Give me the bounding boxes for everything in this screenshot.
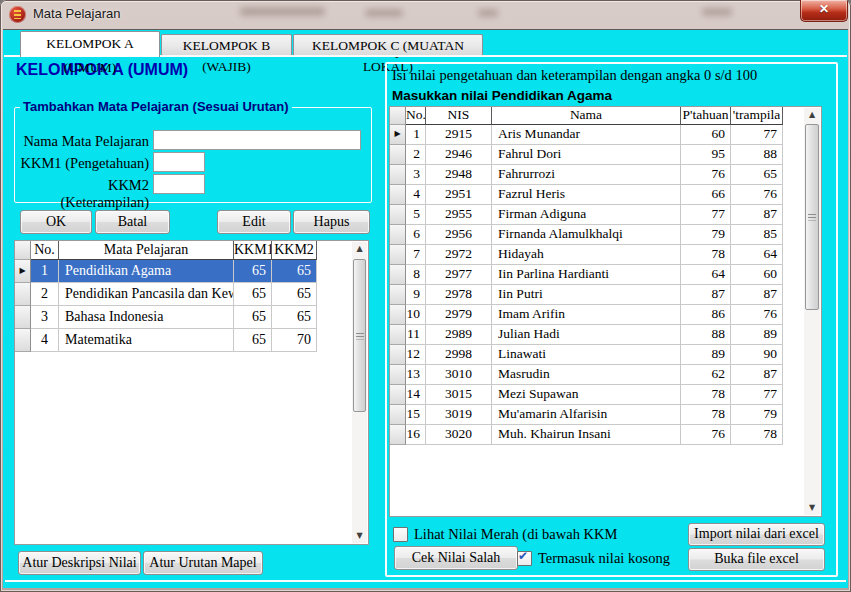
cell[interactable]: 79	[731, 405, 783, 425]
scroll-up-icon[interactable]: ▲	[804, 108, 820, 122]
edit-button[interactable]: Edit	[217, 210, 291, 234]
cell[interactable]: 90	[731, 345, 783, 365]
cell[interactable]: 4	[31, 329, 59, 352]
titlebar[interactable]: Mata Pelajaran ✕	[0, 0, 851, 29]
cell[interactable]: 2955	[426, 205, 492, 225]
cell[interactable]: Mu'amarin Alfarisin	[492, 405, 681, 425]
cell[interactable]: 2979	[426, 305, 492, 325]
cell[interactable]: Firman Adiguna	[492, 205, 681, 225]
atur-urutan-mapel-button[interactable]: Atur Urutan Mapel	[143, 551, 263, 575]
cell[interactable]: 6	[406, 225, 426, 245]
tab-kelompok-b[interactable]: KELOMPOK B (WAJIB)	[161, 34, 292, 57]
cell[interactable]: Pendidikan Pancasila dan Kewa	[59, 283, 234, 306]
cell[interactable]: 64	[731, 245, 783, 265]
cell[interactable]: 65	[731, 165, 783, 185]
cell[interactable]: Iin Putri	[492, 285, 681, 305]
ok-button[interactable]: OK	[20, 210, 92, 234]
cell[interactable]: 3015	[426, 385, 492, 405]
cell[interactable]: Aris Munandar	[492, 125, 681, 145]
cell[interactable]: 1	[31, 260, 59, 283]
cell[interactable]: 78	[731, 425, 783, 445]
cell[interactable]: 77	[731, 385, 783, 405]
cell[interactable]: 2998	[426, 345, 492, 365]
cell[interactable]: 15	[406, 405, 426, 425]
cell[interactable]: 2951	[426, 185, 492, 205]
cell[interactable]: 77	[731, 125, 783, 145]
cell[interactable]: 2948	[426, 165, 492, 185]
cell[interactable]: 76	[731, 185, 783, 205]
cell[interactable]: 16	[406, 425, 426, 445]
batal-button[interactable]: Batal	[95, 210, 170, 234]
cell[interactable]: Hidayah	[492, 245, 681, 265]
cell[interactable]: Fazrul Heris	[492, 185, 681, 205]
cell[interactable]: 7	[406, 245, 426, 265]
cell[interactable]: 14	[406, 385, 426, 405]
cell[interactable]: Pendidikan Agama	[59, 260, 234, 283]
cell[interactable]: 65	[272, 260, 317, 283]
cell[interactable]: Julian Hadi	[492, 325, 681, 345]
cell[interactable]: 11	[406, 325, 426, 345]
cell[interactable]: 62	[681, 365, 731, 385]
tab-kelompok-c[interactable]: KELOMPOK C (MUATAN LOKAL)	[293, 34, 483, 57]
scroll-down-icon[interactable]: ▼	[804, 501, 820, 515]
cell[interactable]: 60	[681, 125, 731, 145]
cell[interactable]: 64	[681, 265, 731, 285]
cell[interactable]: 89	[731, 325, 783, 345]
termasuk-nilai-kosong-checkbox[interactable]: ✔ Termasuk nilai kosong	[517, 550, 670, 567]
cell[interactable]: Matematika	[59, 329, 234, 352]
cell[interactable]: 2972	[426, 245, 492, 265]
cell[interactable]: 3010	[426, 365, 492, 385]
kkm1-input[interactable]	[153, 152, 205, 172]
close-button[interactable]: ✕	[800, 0, 848, 22]
cell[interactable]: 65	[272, 306, 317, 329]
cell[interactable]: 12	[406, 345, 426, 365]
cell[interactable]: 86	[681, 305, 731, 325]
cell[interactable]: 8	[406, 265, 426, 285]
cell[interactable]: 65	[234, 260, 272, 283]
cell[interactable]: 65	[234, 306, 272, 329]
scroll-up-icon[interactable]: ▲	[352, 242, 367, 256]
cell[interactable]: 85	[731, 225, 783, 245]
tab-kelompok-a[interactable]: KELOMPOK A (UMUM)	[20, 31, 160, 57]
cell[interactable]: 4	[406, 185, 426, 205]
cell[interactable]: Linawati	[492, 345, 681, 365]
cell[interactable]: 87	[731, 285, 783, 305]
cell[interactable]: Imam Arifin	[492, 305, 681, 325]
scroll-down-icon[interactable]: ▼	[352, 529, 367, 543]
cell[interactable]: 2978	[426, 285, 492, 305]
cell[interactable]: 76	[731, 305, 783, 325]
cell[interactable]: 88	[731, 145, 783, 165]
cell[interactable]: Firnanda Alamulkhalqi	[492, 225, 681, 245]
cell[interactable]: 70	[272, 329, 317, 352]
cell[interactable]: 87	[731, 365, 783, 385]
cell[interactable]: 2977	[426, 265, 492, 285]
cell[interactable]: 95	[681, 145, 731, 165]
cell[interactable]: 78	[681, 245, 731, 265]
cell[interactable]: 76	[681, 425, 731, 445]
cell[interactable]: 79	[681, 225, 731, 245]
scrollbar-thumb[interactable]	[353, 259, 366, 412]
subjects-grid-scrollbar[interactable]: ▲ ▼	[352, 242, 367, 543]
cell[interactable]: 66	[681, 185, 731, 205]
cell[interactable]: 60	[731, 265, 783, 285]
cell[interactable]: 3020	[426, 425, 492, 445]
cell[interactable]: Fahrul Dori	[492, 145, 681, 165]
cell[interactable]: Muh. Khairun Insani	[492, 425, 681, 445]
cell[interactable]: 5	[406, 205, 426, 225]
cell[interactable]: 2946	[426, 145, 492, 165]
cell[interactable]: 78	[681, 405, 731, 425]
cell[interactable]: 78	[681, 385, 731, 405]
cell[interactable]: 77	[681, 205, 731, 225]
cell[interactable]: Mezi Supawan	[492, 385, 681, 405]
buka-file-excel-button[interactable]: Buka file excel	[688, 548, 825, 571]
cell[interactable]: 3	[406, 165, 426, 185]
cell[interactable]: 2915	[426, 125, 492, 145]
lihat-nilai-merah-checkbox[interactable]: ✔ Lihat Nilai Merah (di bawah KKM	[393, 526, 617, 543]
atur-deskripsi-nilai-button[interactable]: Atur Deskripsi Nilai	[18, 551, 141, 575]
cell[interactable]: 3019	[426, 405, 492, 425]
cell[interactable]: 87	[681, 285, 731, 305]
cek-nilai-salah-button[interactable]: Cek Nilai Salah	[394, 546, 518, 570]
cell[interactable]: 76	[681, 165, 731, 185]
hapus-button[interactable]: Hapus	[293, 210, 370, 234]
cell[interactable]: 65	[234, 283, 272, 306]
